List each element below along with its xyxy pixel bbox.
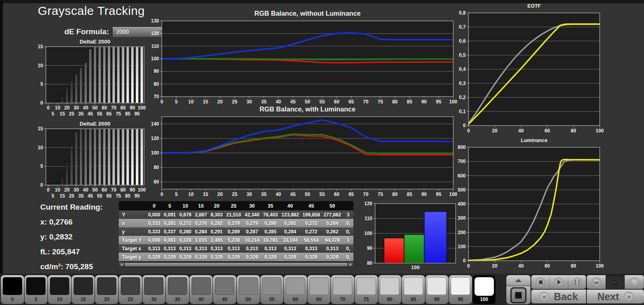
table-cell: 0,313 <box>209 244 225 253</box>
pattern-swatch-5[interactable]: 5 <box>25 275 48 304</box>
svg-text:95: 95 <box>436 99 442 105</box>
pattern-swatch-65[interactable]: 65 <box>308 275 331 304</box>
scroll-right-arrow-icon[interactable]: ► <box>348 262 353 267</box>
table-row: Target y0,3290,3290,3290,3290,3290,3290,… <box>119 253 353 261</box>
table-cell: 0,284 <box>193 227 209 236</box>
current-reading-heading: Current Reading: <box>40 203 103 212</box>
svg-text:60: 60 <box>154 179 159 185</box>
svg-text:200: 200 <box>458 230 466 235</box>
pattern-swatch-25[interactable]: 25 <box>119 275 142 304</box>
svg-text:0: 0 <box>47 105 50 111</box>
svg-text:55: 55 <box>320 192 325 197</box>
svg-text:40: 40 <box>276 99 281 105</box>
swatch-label: 45 <box>222 297 227 302</box>
scrollbar-thumb[interactable] <box>124 262 348 267</box>
svg-text:65: 65 <box>349 192 354 197</box>
pattern-popup-button[interactable] <box>506 275 530 286</box>
svg-text:40: 40 <box>518 128 524 134</box>
pattern-swatch-55[interactable]: 55 <box>260 275 284 304</box>
current-reading-cdm2: cd/m²: 705,285 <box>40 262 103 271</box>
svg-text:90: 90 <box>130 105 135 111</box>
page-title: Grayscale Tracking <box>38 4 145 18</box>
table-cell: 0,329 <box>261 253 280 261</box>
table-cell: 0,313 <box>225 244 243 253</box>
pattern-swatch-50[interactable]: 50 <box>237 275 260 304</box>
pattern-swatch-95[interactable]: 95 <box>449 275 472 304</box>
svg-text:100: 100 <box>596 263 604 269</box>
eotf-chart: EOTF00,10,20,30,40,50,60,70,802040608010… <box>454 3 605 137</box>
svg-text:20: 20 <box>492 128 498 134</box>
svg-text:50: 50 <box>92 187 98 193</box>
gray-chip <box>262 277 281 295</box>
svg-text:80: 80 <box>367 260 373 266</box>
table-cell: 76,403 <box>261 210 280 219</box>
continuous-measure-button[interactable]: ∞ <box>587 275 606 289</box>
single-measure-button[interactable]: [·] <box>568 275 586 289</box>
pattern-swatch-85[interactable]: 85 <box>402 275 425 304</box>
table-column-header: 40 <box>280 201 301 210</box>
svg-text:0,2: 0,2 <box>459 95 466 100</box>
disc-icon <box>630 278 639 286</box>
pattern-swatch-20[interactable]: 20 <box>95 275 118 304</box>
pattern-swatch-30[interactable]: 30 <box>142 275 166 304</box>
pattern-swatch-70[interactable]: 70 <box>331 275 354 304</box>
svg-text:10: 10 <box>38 63 43 68</box>
swatch-label: 40 <box>198 297 204 302</box>
table-cell: 0,313 <box>280 244 301 253</box>
pattern-swatch-60[interactable]: 60 <box>284 275 307 304</box>
svg-text:80: 80 <box>571 263 576 269</box>
swatch-label: 80 <box>387 297 392 302</box>
current-reading-y: y: 0,2832 <box>40 233 103 241</box>
record-button[interactable] <box>625 275 644 289</box>
svg-text:90: 90 <box>154 68 159 74</box>
svg-text:0,7: 0,7 <box>459 24 466 30</box>
gray-chip <box>427 277 446 295</box>
pattern-swatch-90[interactable]: 90 <box>425 275 449 304</box>
table-row-label: y <box>119 227 147 236</box>
table-cell: 0,000 <box>147 210 162 219</box>
swatch-label: 95 <box>458 297 463 302</box>
pattern-swatch-35[interactable]: 35 <box>166 275 189 304</box>
table-horizontal-scrollbar[interactable]: ◄ ► <box>119 262 353 267</box>
gray-chip <box>239 277 258 295</box>
svg-text:5: 5 <box>175 99 178 105</box>
stop-button[interactable] <box>531 275 550 289</box>
table-column-header: 15 <box>193 201 209 210</box>
swatch-label: 10 <box>57 297 62 302</box>
pattern-swatch-row: 0510152025303540455055606570758085909510… <box>1 275 495 304</box>
pattern-swatch-100[interactable]: 100 <box>473 275 496 304</box>
table-cell: 0,272 <box>178 219 193 227</box>
table-column-header: 10 <box>178 201 193 210</box>
pattern-swatch-75[interactable]: 75 <box>355 275 378 304</box>
svg-text:35: 35 <box>78 193 84 199</box>
gray-chip <box>357 277 376 295</box>
pattern-swatch-40[interactable]: 40 <box>190 275 213 304</box>
deltae-chart-2: DeltaE 200005101501020304050607080901005… <box>28 121 146 203</box>
pattern-swatch-0[interactable]: 0 <box>1 275 24 304</box>
scroll-left-arrow-icon[interactable]: ◄ <box>119 262 124 267</box>
table-cell: 0,276 <box>193 219 209 227</box>
table-cell: 0,329 <box>280 253 301 261</box>
svg-text:140: 140 <box>151 121 159 127</box>
svg-text:45: 45 <box>290 99 296 105</box>
svg-text:120: 120 <box>151 31 159 36</box>
auto-refresh-button[interactable] <box>606 275 625 289</box>
table-cell: 3 <box>343 210 353 219</box>
svg-text:70: 70 <box>363 99 369 105</box>
svg-text:15: 15 <box>203 192 208 197</box>
pattern-window-button[interactable] <box>506 286 530 304</box>
table-cell: 0,284 <box>280 227 301 236</box>
table-cell: 0,280 <box>261 219 280 227</box>
table-column-header: 5 <box>162 201 178 210</box>
swatch-label: 5 <box>35 297 37 302</box>
svg-text:0,1: 0,1 <box>459 109 466 114</box>
play-button[interactable] <box>550 275 568 289</box>
pattern-swatch-15[interactable]: 15 <box>72 275 95 304</box>
pattern-swatch-10[interactable]: 10 <box>48 275 71 304</box>
back-button[interactable]: « Back <box>531 290 586 303</box>
rgb-levels-bar-chart: 8090100110120100 <box>356 200 458 270</box>
svg-text:120: 120 <box>364 201 372 206</box>
next-button[interactable]: Next » <box>587 290 644 303</box>
pattern-swatch-80[interactable]: 80 <box>378 275 402 304</box>
pattern-swatch-45[interactable]: 45 <box>213 275 236 304</box>
